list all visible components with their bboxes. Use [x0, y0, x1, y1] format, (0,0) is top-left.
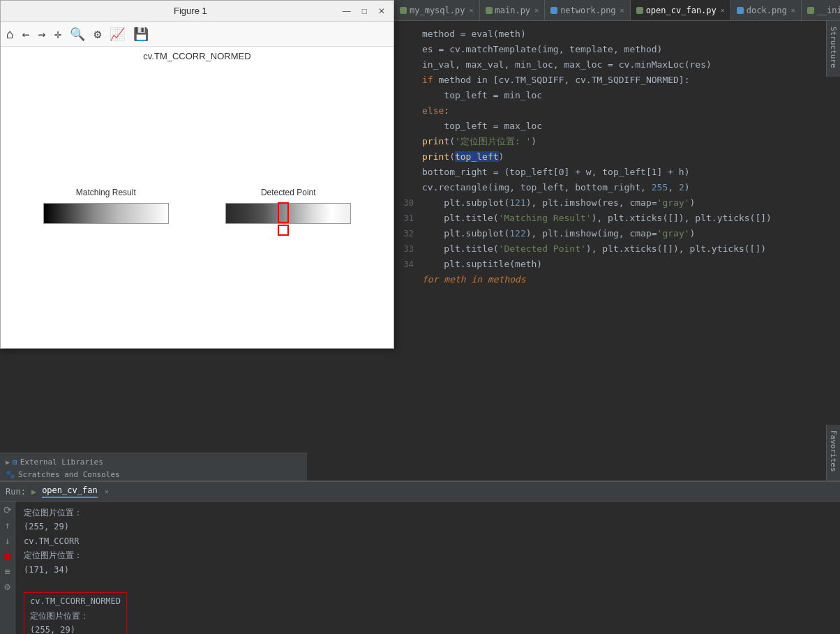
ext-lib-item-1: ▶ ⊞ External Libraries — [6, 456, 301, 469]
tab-close-main[interactable]: ✕ — [534, 6, 539, 14]
red-rectangle-below — [278, 225, 289, 236]
tab-bar: my_mysql.py ✕ main.py ✕ network.png ✕ op… — [394, 0, 840, 21]
figure-titlebar: Figure 1 — □ ✕ — [1, 1, 393, 22]
matching-result-image — [43, 203, 169, 224]
tab-dock-png[interactable]: dock.png ✕ — [731, 0, 802, 20]
run-line-2: (255, 29) — [24, 520, 832, 534]
save-icon[interactable]: 💾 — [133, 27, 149, 41]
tab-icon-main — [486, 7, 493, 14]
figure-subtitle: cv.TM_CCORR_NORMED — [1, 47, 393, 63]
forward-icon[interactable]: → — [38, 27, 46, 41]
run-sidebar-icon-1[interactable]: ⟳ — [3, 504, 12, 515]
zoom-icon[interactable]: 🔍 — [70, 27, 85, 41]
figure-title: Figure 1 — [41, 6, 340, 16]
tab-init[interactable]: __init__ ✕ — [802, 0, 840, 20]
grayscale-bar — [43, 203, 169, 224]
code-line-34: 34 plt.suptitle(meth) — [394, 257, 840, 272]
code-line-11: print('定位图片位置: ') — [394, 134, 840, 149]
structure-label[interactable]: Structure — [826, 21, 840, 77]
tab-close-open-cv-fan[interactable]: ✕ — [721, 6, 725, 14]
subplot-matching-result: Matching Result — [43, 188, 169, 224]
tab-icon-my-mysql — [400, 7, 407, 14]
minimize-button[interactable]: — — [340, 6, 354, 16]
run-line-8: (255, 29) — [30, 623, 121, 634]
red-rectangle-overlay — [278, 202, 289, 223]
ext-lib-label-1: External Libraries — [20, 456, 103, 469]
code-line-1: method = eval(meth) — [394, 27, 840, 42]
tab-icon-init — [807, 7, 814, 14]
run-output: 定位图片位置： (255, 29) cv.TM_CCORR 定位图片位置： (1… — [15, 501, 840, 634]
run-sidebar-icon-6[interactable]: ⚙ — [4, 581, 10, 592]
run-line-6: cv.TM_CCORR_NORMED — [30, 594, 121, 608]
tab-icon-dock-png — [737, 7, 744, 14]
run-panel: Run: ▶ open_cv_fan ✕ ⟳ ↑ ↓ ■ ≡ ⚙ 定位图片位置：… — [0, 481, 840, 634]
code-line-7: else: — [394, 103, 840, 119]
tab-close-dock-png[interactable]: ✕ — [791, 6, 795, 14]
code-line-6: top_left = min_loc — [394, 88, 840, 103]
ext-lib-item-2: 🐾 Scratches and Consoles — [6, 469, 301, 481]
subplot-detected-point: Detected Point — [225, 188, 351, 224]
run-line-4: 定位图片位置： — [24, 548, 832, 562]
settings-icon[interactable]: ⚙ — [93, 27, 101, 41]
tab-network-png[interactable]: network.png ✕ — [545, 0, 631, 20]
window-controls: — □ ✕ — [340, 6, 388, 16]
code-content: method = eval(meth) es = cv.matchTemplat… — [394, 21, 840, 293]
run-sidebar-icon-2[interactable]: ↑ — [4, 520, 10, 531]
tab-label-my-mysql: my_mysql.py — [410, 6, 465, 15]
tab-close-my-mysql[interactable]: ✕ — [469, 6, 473, 14]
tab-icon-network-png — [550, 7, 557, 14]
home-icon[interactable]: ⌂ — [6, 27, 14, 41]
run-line-3: cv.TM_CCORR — [24, 534, 832, 548]
favorites-label[interactable]: Favorites — [826, 425, 840, 481]
code-line-3: in_val, max_val, min_loc, max_loc = cv.m… — [394, 57, 840, 73]
code-line-30: 30 plt.subplot(121), plt.imshow(res, cma… — [394, 195, 840, 211]
tab-my-mysql[interactable]: my_mysql.py ✕ — [394, 0, 480, 20]
run-line-1: 定位图片位置： — [24, 506, 832, 520]
run-content: ⟳ ↑ ↓ ■ ≡ ⚙ 定位图片位置： (255, 29) cv.TM_CCOR… — [0, 501, 840, 634]
code-line-16: cv.rectangle(img, top_left, bottom_right… — [394, 180, 840, 195]
code-line-5: if method in [cv.TM_SQDIFF, cv.TM_SQDIFF… — [394, 73, 840, 88]
code-line-33: 33 plt.title('Detected Point'), plt.xtic… — [394, 241, 840, 257]
run-label: Run: — [6, 487, 26, 497]
expand-icon[interactable]: ▶ — [6, 457, 10, 468]
run-sidebar-icon-3[interactable]: ↓ — [4, 535, 10, 546]
back-icon[interactable]: ← — [22, 27, 30, 41]
detected-point-title: Detected Point — [261, 188, 316, 197]
maximize-button[interactable]: □ — [359, 6, 370, 16]
tab-label-open-cv-fan: open_cv_fan.py — [646, 6, 717, 15]
code-line-for: for meth in methods — [394, 272, 840, 287]
run-line-blank — [24, 577, 832, 591]
run-icon: ▶ — [31, 487, 36, 497]
ext-libs: ▶ ⊞ External Libraries 🐾 Scratches and C… — [0, 453, 307, 481]
pan-icon[interactable]: ✛ — [54, 27, 62, 41]
figure-toolbar: ⌂ ← → ✛ 🔍 ⚙ 📈 💾 — [1, 22, 393, 47]
run-sidebar: ⟳ ↑ ↓ ■ ≡ ⚙ — [0, 501, 15, 634]
ext-lib-label-2: Scratches and Consoles — [18, 469, 120, 481]
tab-label-main: main.py — [495, 6, 531, 15]
run-close[interactable]: ✕ — [105, 488, 109, 495]
code-line-32: 32 plt.subplot(122), plt.imshow(img, cma… — [394, 226, 840, 241]
run-line-5: (171, 34) — [24, 563, 832, 577]
tab-open-cv-fan[interactable]: open_cv_fan.py ✕ — [631, 0, 731, 20]
run-highlighted-block: cv.TM_CCORR_NORMED 定位图片位置： (255, 29) — [24, 592, 127, 634]
code-line-12: print(top_left) — [394, 149, 840, 165]
tab-label-dock-png: dock.png — [747, 6, 787, 15]
run-header: Run: ▶ open_cv_fan ✕ — [0, 482, 840, 501]
tab-main[interactable]: main.py ✕ — [480, 0, 546, 20]
run-tab-name[interactable]: open_cv_fan — [42, 485, 97, 498]
tab-label-network-png: network.png — [560, 6, 615, 15]
run-line-7: 定位图片位置： — [30, 609, 121, 623]
tab-label-init: __init__ — [817, 6, 840, 15]
tab-icon-open-cv-fan — [636, 7, 643, 14]
ext-lib-icon-2: 🐾 — [6, 469, 15, 481]
ext-lib-icon-1: ⊞ — [13, 456, 17, 469]
close-button[interactable]: ✕ — [375, 6, 388, 16]
run-sidebar-icon-4[interactable]: ■ — [4, 550, 10, 561]
chart-icon[interactable]: 📈 — [110, 27, 125, 41]
code-area[interactable]: method = eval(meth) es = cv.matchTemplat… — [394, 21, 840, 522]
tab-close-network-png[interactable]: ✕ — [620, 6, 624, 14]
code-line-2: es = cv.matchTemplate(img, template, met… — [394, 42, 840, 57]
code-line-9: top_left = max_loc — [394, 119, 840, 134]
figure-window: Figure 1 — □ ✕ ⌂ ← → ✛ 🔍 ⚙ 📈 💾 cv.TM_CCO… — [0, 0, 394, 349]
run-sidebar-icon-5[interactable]: ≡ — [4, 566, 10, 577]
